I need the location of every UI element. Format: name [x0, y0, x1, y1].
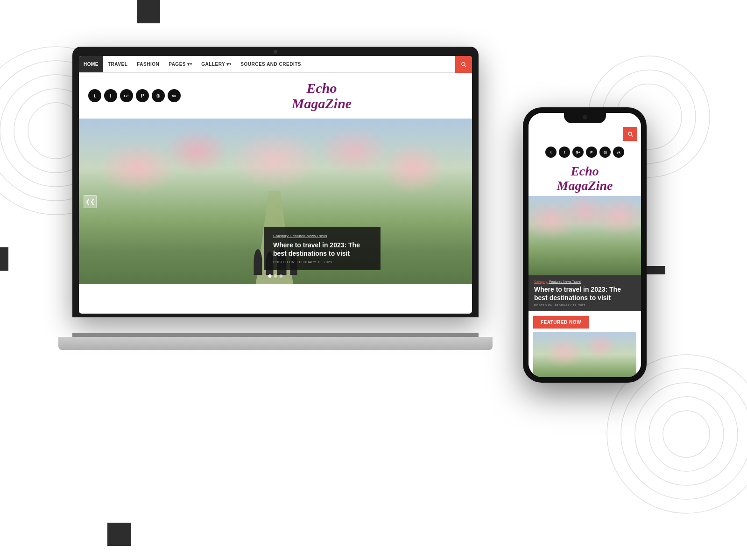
phone-category-links[interactable]: Featured News Travel: [549, 280, 581, 283]
slide-caption: Category: Featured News Travel Where to …: [264, 227, 381, 270]
search-icon: [460, 61, 467, 68]
laptop-base: [58, 337, 493, 350]
phone-featured-button[interactable]: Featured Now: [533, 316, 589, 329]
category-links[interactable]: Featured News Travel: [290, 234, 327, 238]
social-googleplus[interactable]: G+: [120, 89, 133, 102]
laptop-navbar: HOME TRAVEL FASHION PAGES ▾ GALLERY ▾ SO…: [79, 56, 472, 73]
date-value: FEBRUARY 13, 2023: [297, 260, 332, 264]
phone-logo-line1: Echo: [533, 164, 636, 179]
slide-dot-1[interactable]: [268, 274, 272, 278]
laptop-camera: [274, 50, 277, 54]
slide-dots: [268, 274, 283, 278]
laptop-outer-shell: HOME TRAVEL FASHION PAGES ▾ GALLERY ▾ SO…: [72, 47, 479, 317]
phone-featured-section: Featured Now: [529, 311, 641, 377]
social-instagram[interactable]: ◎: [152, 89, 165, 102]
slide-category: Category: Featured News Travel: [273, 234, 371, 238]
phone-social-instagram[interactable]: ◎: [599, 147, 611, 158]
logo-line1: Echo: [181, 80, 463, 96]
phone-date-prefix: POSTED ON:: [534, 304, 555, 307]
phone-social-twitter[interactable]: t: [545, 147, 557, 158]
laptop-social-icons: t f G+ P ◎ vk: [88, 89, 181, 102]
category-prefix: Category:: [273, 234, 290, 238]
phone-outer-shell: t f G+ P ◎ vk Echo MagaZine Category: F: [523, 107, 647, 383]
phone-device: t f G+ P ◎ vk Echo MagaZine Category: F: [523, 107, 647, 383]
phone-screen: t f G+ P ◎ vk Echo MagaZine Category: F: [529, 113, 641, 377]
deco-square-3: [107, 523, 131, 546]
laptop-screen: HOME TRAVEL FASHION PAGES ▾ GALLERY ▾ SO…: [79, 56, 472, 314]
phone-hero-image: [529, 196, 641, 275]
phone-search-button[interactable]: [623, 127, 637, 141]
phone-camera: [583, 115, 587, 119]
svg-point-9: [663, 411, 710, 457]
laptop-hero-slider: ❮❮ Category: Featured News Travel Where …: [79, 119, 472, 284]
phone-logo-line2: MagaZine: [533, 179, 636, 193]
deco-square-2: [0, 247, 8, 271]
nav-pages[interactable]: PAGES ▾: [164, 56, 197, 72]
slide-prev-button[interactable]: ❮❮: [84, 195, 97, 208]
phone-social-vk[interactable]: vk: [613, 147, 624, 158]
social-facebook[interactable]: f: [104, 89, 117, 102]
social-vk[interactable]: vk: [168, 89, 181, 102]
slide-dot-2[interactable]: [274, 274, 277, 278]
nav-search-button[interactable]: [455, 56, 472, 73]
person-1: [254, 249, 262, 275]
slide-title[interactable]: Where to travel in 2023: The best destin…: [273, 241, 371, 258]
phone-slide-caption: Category: Featured News Travel Where to …: [529, 275, 641, 311]
nav-sources[interactable]: SOURCES AND CREDITS: [236, 56, 306, 72]
phone-slide-category: Category: Featured News Travel: [534, 280, 635, 283]
nav-gallery[interactable]: GALLERY ▾: [197, 56, 236, 72]
phone-thumb-overlay: [533, 332, 636, 377]
phone-social-facebook[interactable]: f: [559, 147, 570, 158]
phone-social-pinterest[interactable]: P: [586, 147, 597, 158]
slide-date: POSTED ON: FEBRUARY 13, 2023: [273, 260, 371, 264]
phone-thumbnail: [533, 332, 636, 377]
phone-social-icons: t f G+ P ◎ vk: [529, 144, 641, 161]
svg-point-8: [649, 397, 724, 471]
phone-social-googleplus[interactable]: G+: [572, 147, 584, 158]
laptop-logo: Echo MagaZine: [181, 80, 463, 111]
phone-slide-date: POSTED ON: FEBRUARY 13, 2023: [534, 304, 635, 307]
svg-point-7: [635, 383, 738, 485]
nav-home[interactable]: HOME: [79, 56, 103, 72]
nav-travel[interactable]: TRAVEL: [103, 56, 132, 72]
laptop-hinge: [72, 333, 479, 337]
deco-square-1: [137, 0, 160, 23]
social-pinterest[interactable]: P: [136, 89, 149, 102]
date-prefix: POSTED ON:: [273, 260, 297, 264]
phone-date-value: FEBRUARY 13, 2023: [555, 304, 585, 307]
laptop-device: HOME TRAVEL FASHION PAGES ▾ GALLERY ▾ SO…: [72, 47, 479, 350]
phone-search-icon: [627, 131, 634, 137]
laptop-header: t f G+ P ◎ vk Echo MagaZine: [79, 73, 472, 119]
phone-slide-title[interactable]: Where to travel in 2023: The best destin…: [534, 285, 635, 302]
svg-point-6: [621, 369, 747, 499]
phone-logo: Echo MagaZine: [529, 161, 641, 196]
social-twitter[interactable]: t: [88, 89, 101, 102]
slide-dot-3[interactable]: [280, 274, 283, 278]
nav-fashion[interactable]: FASHION: [132, 56, 164, 72]
phone-hero-overlay: [529, 196, 641, 275]
logo-line2: MagaZine: [181, 96, 463, 111]
phone-category-prefix: Category:: [534, 280, 549, 283]
